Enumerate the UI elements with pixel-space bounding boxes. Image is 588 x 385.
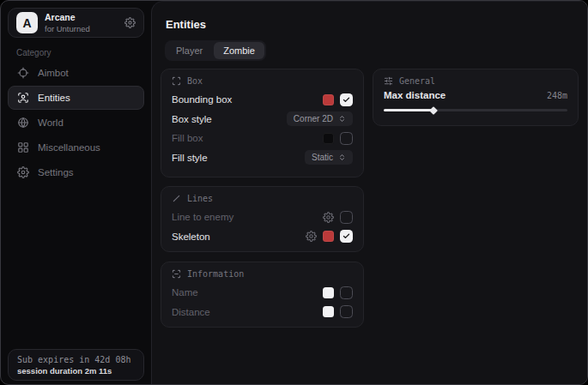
max-distance-row: Max distance 248m bbox=[384, 90, 567, 100]
checkbox-unchecked[interactable] bbox=[340, 211, 353, 224]
globe-icon bbox=[17, 117, 29, 129]
setting-row-fill-style: Fill style Static bbox=[172, 148, 353, 168]
setting-row-box-style: Box style Corner 2D bbox=[172, 110, 353, 129]
setting-label: Name bbox=[172, 287, 198, 298]
setting-row-distance: Distance bbox=[172, 303, 353, 322]
app-subtitle: for Unturned bbox=[45, 24, 90, 33]
max-distance-label: Max distance bbox=[384, 90, 446, 100]
scan-corners-icon bbox=[172, 76, 181, 86]
gear-icon[interactable] bbox=[124, 17, 136, 28]
sidebar-item-aimbot[interactable]: Aimbot bbox=[8, 61, 144, 85]
tab-zombie[interactable]: Zombie bbox=[214, 42, 264, 59]
lines-card: Lines Line to enemy Skeleton bbox=[161, 186, 364, 252]
information-card: Information Name Distance bbox=[161, 262, 364, 328]
setting-row-fill-box: Fill box bbox=[172, 129, 353, 148]
lines-card-header: Lines bbox=[172, 194, 353, 203]
sidebar-item-entities[interactable]: Entities bbox=[8, 86, 144, 110]
checkbox-checked[interactable] bbox=[340, 230, 353, 243]
general-card-title: General bbox=[399, 76, 435, 86]
box-style-dropdown[interactable]: Corner 2D bbox=[287, 111, 353, 126]
slider-fill bbox=[384, 109, 433, 111]
setting-label: Fill box bbox=[172, 133, 203, 143]
sidebar-item-label: World bbox=[38, 117, 64, 128]
checkbox-unchecked[interactable] bbox=[340, 305, 353, 318]
box-card-title: Box bbox=[187, 76, 203, 86]
diagonal-line-icon bbox=[172, 194, 181, 203]
gear-icon bbox=[17, 166, 29, 178]
app-window: A Arcane for Unturned Category Aimbot bbox=[0, 0, 588, 385]
subscription-footer: Sub expires in 42d 08h session duration … bbox=[8, 349, 144, 381]
setting-row-name: Name bbox=[172, 283, 353, 303]
scan-person-icon bbox=[17, 92, 29, 104]
row-settings-gear-icon[interactable] bbox=[306, 231, 317, 242]
main-panel: Entities Player Zombie Box Bounding box bbox=[151, 1, 588, 385]
setting-label: Box style bbox=[172, 114, 212, 124]
dropdown-value: Corner 2D bbox=[294, 114, 333, 123]
checkbox-checked[interactable] bbox=[340, 93, 353, 106]
max-distance-slider[interactable] bbox=[384, 109, 567, 111]
color-swatch-white[interactable] bbox=[323, 287, 334, 298]
slider-handle[interactable] bbox=[429, 106, 438, 115]
dropdown-value: Static bbox=[312, 153, 333, 162]
box-card-header: Box bbox=[172, 76, 353, 86]
sidebar: A Arcane for Unturned Category Aimbot bbox=[1, 1, 151, 384]
tab-player[interactable]: Player bbox=[167, 42, 212, 59]
scan-info-icon bbox=[172, 269, 181, 279]
color-swatch-red[interactable] bbox=[323, 231, 334, 242]
general-card: General Max distance 248m bbox=[373, 69, 579, 126]
sidebar-item-label: Aimbot bbox=[38, 68, 69, 78]
crosshair-icon bbox=[17, 67, 29, 79]
fill-style-dropdown[interactable]: Static bbox=[305, 150, 353, 165]
box-card: Box Bounding box Box style Corner 2D bbox=[161, 69, 364, 177]
sliders-icon bbox=[384, 76, 393, 86]
general-card-header: General bbox=[384, 76, 567, 86]
app-header-card: A Arcane for Unturned bbox=[8, 8, 144, 38]
setting-label: Line to enemy bbox=[172, 212, 233, 222]
grid-icon bbox=[17, 141, 29, 153]
page-title: Entities bbox=[166, 18, 206, 31]
information-card-header: Information bbox=[172, 269, 353, 279]
sidebar-nav: Aimbot Entities World Miscellaneous bbox=[8, 61, 144, 184]
sidebar-item-label: Settings bbox=[38, 167, 74, 177]
setting-label: Skeleton bbox=[172, 232, 210, 242]
app-title-block: Arcane for Unturned bbox=[45, 12, 90, 33]
sidebar-item-settings[interactable]: Settings bbox=[8, 160, 144, 184]
information-card-title: Information bbox=[187, 269, 244, 279]
checkbox-unchecked[interactable] bbox=[340, 132, 353, 145]
sub-expiry-text: Sub expires in 42d 08h bbox=[17, 355, 135, 364]
setting-row-line-to-enemy: Line to enemy bbox=[172, 208, 353, 227]
setting-label: Bounding box bbox=[172, 94, 232, 105]
chevrons-up-down-icon bbox=[338, 115, 346, 123]
color-swatch-red[interactable] bbox=[323, 94, 334, 105]
lines-card-title: Lines bbox=[187, 194, 213, 203]
session-duration-text: session duration 2m 11s bbox=[17, 366, 135, 376]
chevrons-up-down-icon bbox=[338, 153, 346, 161]
sidebar-item-label: Miscellaneous bbox=[38, 142, 100, 153]
entity-tabs: Player Zombie bbox=[165, 40, 266, 61]
sidebar-item-label: Entities bbox=[38, 93, 70, 103]
row-settings-gear-icon[interactable] bbox=[323, 212, 334, 223]
color-swatch-black[interactable] bbox=[323, 133, 334, 144]
app-logo: A bbox=[16, 12, 38, 33]
color-swatch-white[interactable] bbox=[323, 306, 334, 317]
checkbox-unchecked[interactable] bbox=[340, 286, 353, 299]
category-label: Category bbox=[16, 48, 52, 57]
setting-label: Fill style bbox=[172, 153, 208, 163]
app-name: Arcane bbox=[45, 12, 90, 24]
sidebar-item-world[interactable]: World bbox=[8, 111, 144, 135]
setting-row-skeleton: Skeleton bbox=[172, 227, 353, 247]
setting-row-bounding-box: Bounding box bbox=[172, 90, 353, 110]
setting-label: Distance bbox=[172, 307, 210, 317]
sidebar-item-miscellaneous[interactable]: Miscellaneous bbox=[8, 135, 144, 159]
max-distance-value: 248m bbox=[547, 91, 567, 100]
